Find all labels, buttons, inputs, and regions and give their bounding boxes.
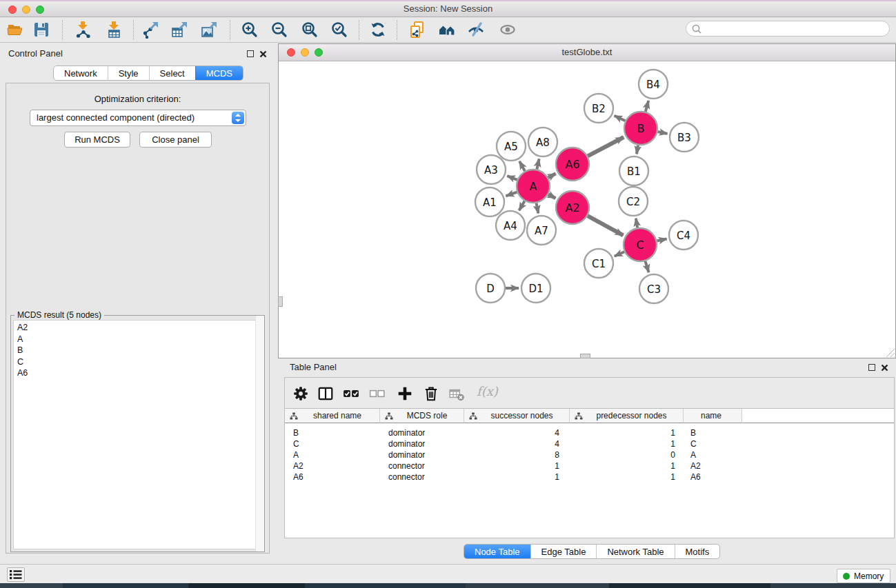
splitter-handle-bottom[interactable]: [580, 354, 590, 358]
graph-node-A5[interactable]: A5: [497, 132, 526, 161]
zoom-fit-icon[interactable]: [301, 21, 319, 39]
column-header-successor-nodes[interactable]: successor nodes: [464, 409, 570, 423]
network-home-icon[interactable]: [438, 21, 456, 39]
table-tab-node-table[interactable]: Node Table: [464, 545, 530, 558]
graph-edge-A-A3[interactable]: [507, 176, 517, 180]
mcds-result-item[interactable]: A2: [14, 321, 261, 334]
apply-layout-icon[interactable]: [369, 21, 387, 39]
graph-edge-A2-C[interactable]: [588, 216, 624, 235]
graph-edge-B-B2[interactable]: [615, 116, 626, 121]
network-canvas[interactable]: B4B2BB3A8A5A6A3B1AC2A1A2A4A7C4CC1C3DD1: [279, 61, 895, 358]
search-field[interactable]: [686, 21, 890, 37]
graph-edge-A-A4[interactable]: [519, 201, 525, 211]
graph-node-C4[interactable]: C4: [669, 221, 698, 250]
graph-edge-A-A1[interactable]: [506, 192, 517, 196]
graph-node-A7[interactable]: A7: [527, 216, 556, 245]
zoom-out-icon[interactable]: [270, 21, 288, 39]
duplicate-network-icon[interactable]: [408, 21, 426, 39]
graph-edge-A-A2[interactable]: [548, 194, 555, 199]
graph-node-C1[interactable]: C1: [584, 249, 613, 278]
zoom-in-icon[interactable]: [241, 21, 259, 39]
table-settings-icon[interactable]: [292, 385, 309, 402]
splitter-handle-left[interactable]: [278, 296, 283, 307]
export-image-icon[interactable]: [200, 21, 218, 39]
criterion-dropdown[interactable]: largest connected component (directed): [30, 110, 246, 126]
column-header-name[interactable]: name: [684, 409, 742, 423]
hide-selected-icon[interactable]: [467, 21, 485, 39]
task-history-button[interactable]: [7, 567, 25, 582]
show-hidden-icon[interactable]: [499, 21, 517, 39]
graph-edge-C-C3[interactable]: [645, 261, 648, 272]
table-row[interactable]: Cdominator41C: [285, 438, 894, 449]
mcds-result-item[interactable]: A: [14, 334, 261, 345]
graph-edge-B-B3[interactable]: [657, 132, 667, 134]
network-window-titlebar[interactable]: testGlobe.txt: [279, 44, 895, 61]
mcds-result-scrollbar[interactable]: [255, 316, 264, 551]
column-header-mcds-role[interactable]: MCDS role: [380, 409, 464, 423]
float-panel-icon[interactable]: [247, 50, 254, 57]
close-panel-button[interactable]: Close panel: [139, 132, 212, 148]
graph-node-C[interactable]: C: [624, 228, 657, 261]
graph-edge-A6-B[interactable]: [588, 137, 624, 156]
table-row[interactable]: A6connector11A6: [285, 472, 894, 483]
graph-edge-B-B4[interactable]: [646, 101, 648, 112]
graph-node-D1[interactable]: D1: [521, 274, 550, 303]
graph-node-B[interactable]: B: [624, 112, 657, 145]
graph-edge-A-A8[interactable]: [537, 159, 539, 169]
column-header-predecessor-nodes[interactable]: predecessor nodes: [570, 409, 684, 423]
column-layout-icon[interactable]: [317, 385, 334, 402]
graph-node-C3[interactable]: C3: [639, 274, 668, 303]
mcds-result-item[interactable]: A6: [14, 367, 261, 379]
graph-edge-C-C4[interactable]: [657, 239, 666, 241]
table-row[interactable]: Adominator80A: [285, 449, 894, 460]
import-table-icon[interactable]: [105, 21, 123, 39]
add-column-icon[interactable]: [397, 385, 413, 402]
graph-edge-C-C2[interactable]: [636, 219, 637, 228]
graph-node-A[interactable]: A: [517, 170, 550, 203]
memory-button[interactable]: Memory: [837, 569, 890, 583]
table-tab-network-table[interactable]: Network Table: [596, 545, 674, 558]
mcds-result-list[interactable]: A2ABCA6: [13, 320, 262, 549]
graph-node-A1[interactable]: A1: [475, 187, 504, 216]
open-session-icon[interactable]: [6, 21, 24, 39]
select-all-columns-icon[interactable]: [343, 385, 359, 402]
function-builder-icon[interactable]: f(x): [477, 384, 498, 398]
save-session-icon[interactable]: [32, 21, 50, 39]
graph-node-A3[interactable]: A3: [477, 155, 506, 184]
deselect-all-columns-icon[interactable]: [369, 385, 386, 402]
float-table-panel-icon[interactable]: [868, 364, 875, 371]
graph-node-B2[interactable]: B2: [584, 94, 613, 123]
tab-style[interactable]: Style: [108, 66, 149, 80]
graph-edge-B-B1[interactable]: [637, 145, 638, 154]
table-row[interactable]: A2connector11A2: [285, 460, 894, 472]
run-mcds-button[interactable]: Run MCDS: [64, 132, 130, 148]
graph-edge-A-A7[interactable]: [537, 203, 539, 214]
graph-node-B4[interactable]: B4: [639, 70, 668, 99]
graph-node-A8[interactable]: A8: [528, 128, 557, 156]
search-input[interactable]: [704, 22, 884, 35]
graph-node-B3[interactable]: B3: [670, 123, 699, 152]
export-table-icon[interactable]: [170, 21, 188, 39]
graph-edge-C-C1[interactable]: [615, 252, 624, 256]
table-row[interactable]: Bdominator41B: [285, 427, 894, 438]
import-network-icon[interactable]: [74, 21, 92, 39]
mcds-result-item[interactable]: C: [14, 356, 261, 368]
graph-edge-A-A5[interactable]: [519, 161, 525, 171]
table-tab-edge-table[interactable]: Edge Table: [530, 545, 597, 558]
tab-mcds[interactable]: MCDS: [195, 66, 243, 80]
mcds-result-item[interactable]: B: [14, 345, 261, 356]
export-network-icon[interactable]: [141, 21, 159, 39]
tab-network[interactable]: Network: [54, 66, 108, 80]
graph-node-B1[interactable]: B1: [619, 156, 648, 185]
tab-select[interactable]: Select: [149, 66, 195, 80]
zoom-selected-icon[interactable]: [330, 21, 348, 39]
graph-edge-A-A6[interactable]: [548, 174, 556, 178]
close-table-panel-icon[interactable]: [881, 364, 888, 372]
delete-column-icon[interactable]: [423, 385, 439, 402]
graph-node-C2[interactable]: C2: [619, 187, 648, 216]
graph-node-A4[interactable]: A4: [496, 211, 525, 240]
column-header-shared-name[interactable]: shared name: [285, 409, 380, 423]
macos-titlebar[interactable]: Session: New Session: [0, 0, 896, 17]
table-tab-motifs[interactable]: Motifs: [675, 545, 720, 558]
delete-table-icon[interactable]: [448, 385, 465, 402]
